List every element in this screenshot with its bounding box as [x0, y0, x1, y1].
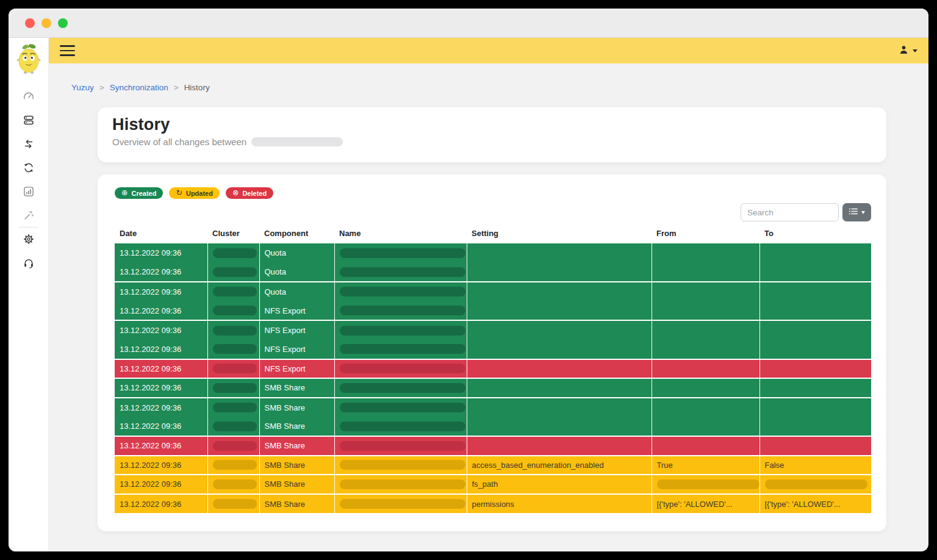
from-cell [652, 398, 759, 417]
chevron-down-icon [913, 49, 917, 52]
page-title: History [112, 115, 872, 134]
support-headset-icon[interactable] [23, 257, 35, 269]
to-cell [759, 320, 871, 340]
table-controls [115, 203, 871, 221]
setting-cell: fs_path [467, 475, 652, 494]
component-cell: SMB Share [259, 494, 334, 514]
from-cell: [{'type': 'ALLOWED'... [652, 494, 759, 514]
name-cell [334, 320, 467, 340]
breadcrumb-link-synchronization[interactable]: Synchronization [110, 83, 168, 92]
history-table-row: 13.12.2022 09:36SMB Share [115, 398, 871, 417]
sync-icon[interactable] [23, 162, 35, 174]
page-subtitle: Overview of all changes between [112, 137, 872, 147]
cluster-cell [207, 417, 259, 436]
column-options-button[interactable] [842, 203, 871, 221]
component-cell: NFS Export [259, 359, 334, 379]
table-header-row: Date Cluster Component Name Setting From… [115, 229, 871, 243]
user-menu[interactable] [899, 45, 917, 57]
redacted-cluster-value [213, 383, 257, 393]
cluster-cell [207, 301, 259, 321]
deleted-filter-badge[interactable]: ⊗ Deleted [226, 187, 273, 199]
date-cell: 13.12.2022 09:36 [115, 398, 207, 417]
redacted-name-value [340, 499, 465, 509]
history-table-row: 13.12.2022 09:36NFS Export [115, 320, 871, 340]
component-cell: SMB Share [259, 475, 334, 494]
minimize-window-button[interactable] [41, 18, 51, 28]
component-cell: SMB Share [259, 436, 334, 456]
created-filter-badge[interactable]: ⊕ Created [115, 187, 163, 199]
to-cell [759, 417, 871, 436]
cluster-cell [207, 359, 259, 379]
updated-filter-badge[interactable]: ↻ Updated [169, 187, 219, 199]
name-cell [334, 243, 467, 263]
date-cell: 13.12.2022 09:36 [115, 340, 207, 359]
component-cell: SMB Share [259, 417, 334, 436]
to-cell [759, 436, 871, 456]
breadcrumb-separator: > [99, 83, 104, 92]
breadcrumb-separator: > [174, 83, 179, 92]
cluster-cell [207, 282, 259, 301]
dashboard-gauge-icon[interactable] [23, 90, 35, 102]
date-cell: 13.12.2022 09:36 [115, 417, 207, 436]
topbar [49, 38, 928, 63]
component-cell: SMB Share [259, 378, 334, 398]
person-icon [899, 45, 909, 57]
name-cell [334, 417, 467, 436]
servers-icon[interactable] [23, 114, 35, 126]
circle-plus-icon: ⊕ [121, 189, 127, 197]
redacted-cluster-value [213, 287, 257, 296]
cluster-cell [207, 340, 259, 359]
redacted-name-value [340, 460, 465, 470]
redacted-name-value [340, 287, 465, 296]
redacted-name-value [340, 441, 465, 451]
hamburger-menu-button[interactable] [60, 45, 75, 56]
date-cell: 13.12.2022 09:36 [115, 263, 207, 282]
history-table-row: 13.12.2022 09:36Quota [115, 282, 871, 301]
from-cell [652, 243, 759, 263]
history-table-row: 13.12.2022 09:36SMB Share [115, 417, 871, 436]
redacted-cluster-value [213, 422, 257, 431]
redacted-cluster-value [213, 364, 257, 373]
redacted-cluster-value [213, 479, 257, 489]
column-header-to: To [759, 229, 871, 243]
transfer-arrows-icon[interactable] [23, 138, 35, 150]
redacted-cluster-value [213, 267, 257, 277]
name-cell [334, 378, 467, 398]
from-cell [652, 301, 759, 321]
component-cell: NFS Export [259, 320, 334, 340]
from-cell [652, 359, 759, 379]
history-table-row: 13.12.2022 09:36SMB Share [115, 436, 871, 456]
zoom-window-button[interactable] [58, 18, 68, 28]
magic-wand-icon[interactable] [23, 209, 35, 221]
history-table-row: 13.12.2022 09:36NFS Export [115, 359, 871, 379]
breadcrumb-current: History [184, 83, 210, 92]
component-cell: NFS Export [259, 340, 334, 359]
to-cell [759, 243, 871, 263]
chevron-down-icon [861, 211, 865, 214]
breadcrumb: Yuzuy > Synchronization > History [71, 83, 928, 92]
setting-cell [467, 378, 652, 398]
search-input[interactable] [741, 203, 839, 221]
close-window-button[interactable] [25, 18, 35, 28]
redacted-name-value [340, 344, 465, 354]
name-cell [334, 475, 467, 494]
column-header-from: From [652, 229, 759, 243]
to-cell [759, 263, 871, 282]
to-cell [759, 378, 871, 398]
component-cell: Quota [259, 263, 334, 282]
setting-cell [467, 301, 652, 321]
subtitle-text: Overview of all changes between [112, 137, 246, 147]
yuzuy-mascot-logo[interactable] [15, 43, 42, 77]
name-cell [334, 359, 467, 379]
bar-chart-icon[interactable] [23, 185, 35, 198]
settings-gear-icon[interactable] [23, 233, 35, 245]
column-header-cluster: Cluster [207, 229, 259, 243]
redacted-cluster-value [213, 344, 257, 354]
date-cell: 13.12.2022 09:36 [115, 301, 207, 321]
legend: ⊕ Created ↻ Updated ⊗ Deleted [115, 187, 871, 199]
date-cell: 13.12.2022 09:36 [115, 378, 207, 398]
breadcrumb-link-yuzuy[interactable]: Yuzuy [71, 83, 94, 92]
redacted-cluster-value [213, 248, 257, 258]
redacted-name-value [340, 267, 465, 277]
redacted-name-value [340, 306, 465, 315]
